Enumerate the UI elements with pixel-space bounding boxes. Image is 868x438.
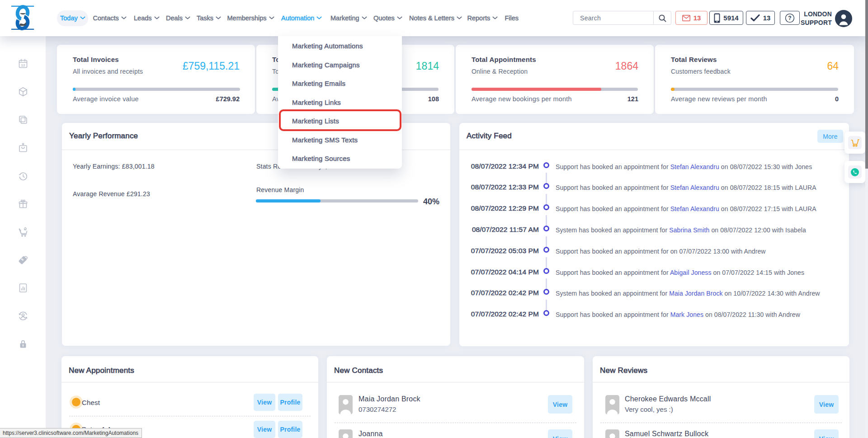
svg-text:12: 12	[21, 63, 25, 67]
